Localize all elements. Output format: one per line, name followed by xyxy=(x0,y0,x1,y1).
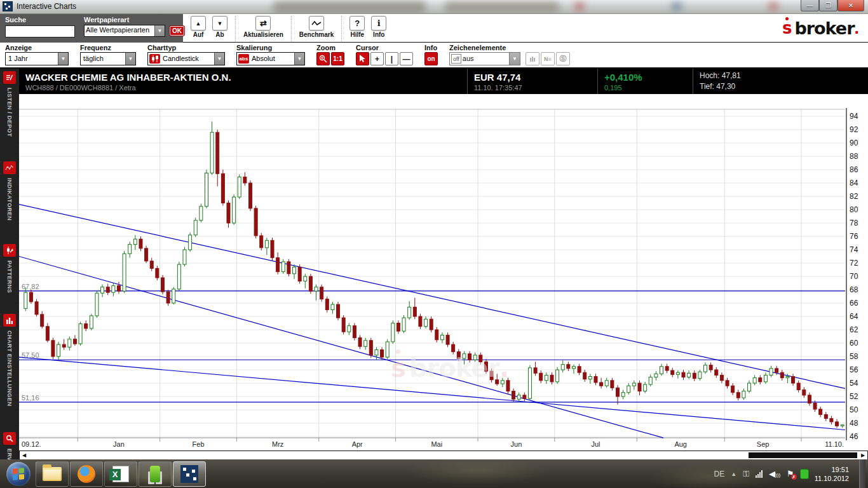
chevron-down-icon[interactable]: ▼ xyxy=(294,53,304,65)
scroll-left-arrow[interactable]: ◀ xyxy=(20,452,28,459)
news-button[interactable]: N≡ xyxy=(541,52,555,65)
network-signal-icon[interactable] xyxy=(756,470,763,478)
frequenz-dropdown[interactable]: täglich ▼ xyxy=(80,52,136,65)
indicator-wave-icon xyxy=(3,161,16,174)
wertpapierart-dropdown[interactable]: Alle Wertpapierarten ▼ xyxy=(84,25,165,37)
sidebar-item-label: LISTEN / DEPOT xyxy=(6,88,13,156)
minimize-button[interactable]: — xyxy=(801,0,819,11)
svg-text:50: 50 xyxy=(850,405,858,414)
search-input[interactable] xyxy=(5,25,75,37)
titlebar: Interactive Charts — ❐ ✕ xyxy=(0,0,868,14)
zoom-reset-button[interactable]: 1:1 xyxy=(331,52,344,65)
svg-text:94: 94 xyxy=(850,112,858,121)
wertpapierart-label: Wertpapierart xyxy=(84,16,165,24)
chevron-down-icon[interactable]: ▼ xyxy=(125,53,135,65)
cursor-arrow-button[interactable] xyxy=(356,52,369,65)
scrollbar-thumb[interactable] xyxy=(749,452,857,458)
sidebar-item-chart-einstellungen[interactable]: CHART EINSTELLUNGEN xyxy=(3,314,16,427)
svg-text:92: 92 xyxy=(850,125,858,134)
taskbar-firefox-button[interactable] xyxy=(70,461,103,487)
close-button[interactable]: ✕ xyxy=(837,0,864,11)
sbroker-s-mark-icon: s xyxy=(782,22,792,34)
charttyp-value: Candlestick xyxy=(160,53,214,65)
left-sidebar: LISTEN / DEPOT INDIKATOREN PATTERNS CHAR… xyxy=(0,69,19,459)
price-chart[interactable]: 9492908886848280787674727068666462605856… xyxy=(19,94,868,448)
start-button[interactable] xyxy=(6,462,31,486)
taskbar-interactive-charts-button[interactable] xyxy=(173,461,206,487)
sidebar-item-patterns[interactable]: PATTERNS xyxy=(3,244,16,309)
sidebar-item-label: INDIKATOREN xyxy=(6,178,13,239)
wallpaper-blur xyxy=(769,3,778,10)
windows-taskbar: DE ▲ ⚿ ◀))) ⚑ 19:51 11.10.2012 xyxy=(0,459,868,488)
quote-bar: WACKER CHEMIE AG INHABER-AKTIEN O.N. WCH… xyxy=(19,69,868,94)
taskbar-messenger-button[interactable] xyxy=(139,461,172,487)
svg-text:86: 86 xyxy=(850,165,858,174)
svg-text:Aug: Aug xyxy=(674,440,687,448)
show-desktop-button[interactable] xyxy=(859,459,865,488)
sbroker-logo: s broker . xyxy=(747,14,868,42)
volume-icon[interactable]: ◀))) xyxy=(769,469,780,478)
taskbar-explorer-button[interactable] xyxy=(36,461,69,487)
svg-text:76: 76 xyxy=(850,232,858,241)
charttyp-dropdown[interactable]: Candlestick ▼ xyxy=(147,52,225,65)
scroll-down-button[interactable]: ▼ xyxy=(212,16,227,30)
chart-settings-bars-icon xyxy=(3,314,16,327)
skalierung-dropdown[interactable]: abs Absolut ▼ xyxy=(236,52,305,65)
chevron-down-icon[interactable]: ▼ xyxy=(509,53,520,65)
splits-button[interactable]: Ⓢ xyxy=(556,52,570,65)
tray-messenger-icon[interactable] xyxy=(801,470,808,478)
cursor-crosshair-button[interactable]: + xyxy=(370,52,384,65)
svg-text:54: 54 xyxy=(850,379,858,388)
info-button[interactable]: i xyxy=(371,16,386,30)
scroll-right-arrow[interactable]: ▶ xyxy=(859,452,867,459)
svg-text:11.10.: 11.10. xyxy=(825,440,844,448)
show-hidden-icons-button[interactable]: ▲ xyxy=(731,471,736,477)
button-label: Hilfe xyxy=(350,31,364,38)
anzeige-dropdown[interactable]: 1 Jahr ▼ xyxy=(5,52,69,65)
svg-text:66: 66 xyxy=(850,299,858,308)
scroll-up-button[interactable]: ▲ xyxy=(191,16,206,30)
anzeige-label: Anzeige xyxy=(5,44,69,51)
svg-text:Apr: Apr xyxy=(352,440,363,448)
info-on-toggle[interactable]: on xyxy=(424,52,438,65)
svg-text:Feb: Feb xyxy=(193,440,205,448)
taskbar-excel-button[interactable] xyxy=(104,461,137,487)
sidebar-item-indikatoren[interactable]: INDIKATOREN xyxy=(3,161,16,239)
svg-text:Jul: Jul xyxy=(591,440,600,448)
chevron-down-icon[interactable]: ▼ xyxy=(214,53,224,65)
wertpapierart-value: Alle Wertpapierarten xyxy=(85,25,154,36)
abs-scaling-icon: abs xyxy=(238,54,249,64)
list-pen-icon xyxy=(3,71,16,84)
sbroker-logo-dot: . xyxy=(854,18,859,38)
magnifier-plus-icon xyxy=(319,55,327,63)
svg-text:74: 74 xyxy=(850,245,858,254)
chevron-down-icon[interactable]: ▼ xyxy=(154,25,165,36)
zoom-in-button[interactable] xyxy=(316,52,330,65)
instrument-id: WCH888 / DE000WCH8881 / Xetra xyxy=(25,84,461,92)
sbroker-logo-text: broker xyxy=(794,18,854,38)
frequenz-value: täglich xyxy=(81,53,125,65)
refresh-button[interactable]: ⇄ xyxy=(255,16,271,30)
chart-horizontal-scrollbar[interactable]: ◀ ▶ xyxy=(19,451,868,460)
chevron-down-icon[interactable]: ▼ xyxy=(58,53,68,65)
interactive-charts-icon xyxy=(180,465,198,483)
svg-text:58: 58 xyxy=(850,352,858,361)
cursor-vline-button[interactable]: | xyxy=(385,52,398,65)
taskbar-clock[interactable]: 19:51 11.10.2012 xyxy=(815,465,853,483)
svg-text:68: 68 xyxy=(850,285,858,294)
svg-text:09.12.: 09.12. xyxy=(22,440,41,448)
benchmark-button[interactable] xyxy=(309,16,324,30)
cursor-arrow-icon xyxy=(359,55,366,63)
maximize-button[interactable]: ❐ xyxy=(819,0,837,11)
svg-text:Mai: Mai xyxy=(431,440,442,448)
help-button[interactable]: ? xyxy=(349,16,365,30)
zeichenelemente-value: aus xyxy=(463,53,509,65)
zeichenelemente-dropdown[interactable]: off aus ▼ xyxy=(449,52,520,65)
svg-text:56: 56 xyxy=(850,365,858,374)
sidebar-item-listen-depot[interactable]: LISTEN / DEPOT xyxy=(3,71,16,156)
power-plug-icon[interactable]: ⚿ xyxy=(743,469,749,479)
cursor-hline-button[interactable]: — xyxy=(400,52,413,65)
language-indicator[interactable]: DE xyxy=(714,470,725,478)
volume-bars-button[interactable]: ılı xyxy=(526,52,539,65)
action-center-flag-icon[interactable]: ⚑ xyxy=(787,469,794,478)
